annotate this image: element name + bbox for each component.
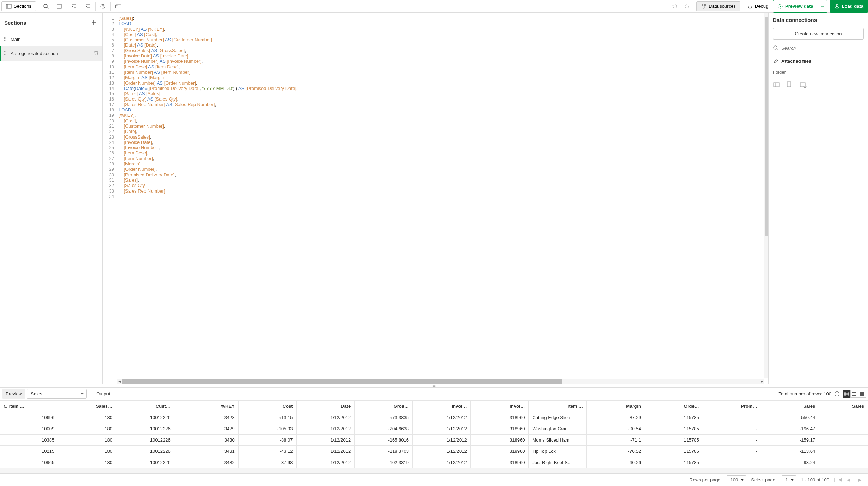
insert-script-icon[interactable] bbox=[786, 81, 793, 88]
column-header[interactable]: Orde… bbox=[645, 401, 703, 412]
table-cell: 180 bbox=[58, 446, 116, 457]
table-cell: 115785 bbox=[645, 446, 703, 457]
view-files-icon[interactable] bbox=[800, 81, 807, 88]
table-row[interactable]: 10009180100122263429-105.931/12/2012-204… bbox=[0, 423, 868, 435]
column-header[interactable]: Prom… bbox=[703, 401, 761, 412]
code-area[interactable]: [Sales]:LOAD [%KEY] AS [%KEY], [Cost] AS… bbox=[117, 13, 768, 384]
line-gutter: 1234567891011121314151617181920212223242… bbox=[103, 13, 117, 384]
load-data-button[interactable]: Load data bbox=[830, 0, 868, 13]
column-header[interactable]: Margin bbox=[587, 401, 645, 412]
column-header[interactable]: Item … bbox=[529, 401, 587, 412]
table-cell: -88.07 bbox=[238, 435, 296, 446]
view-grid-button[interactable] bbox=[858, 390, 866, 398]
table-row[interactable]: 10965180100122263432-37.981/12/2012-102.… bbox=[0, 457, 868, 468]
sections-toggle-button[interactable]: Sections bbox=[1, 1, 36, 11]
table-row[interactable]: 10696180100122263428-513.151/12/2012-573… bbox=[0, 412, 868, 423]
vertical-scrollbar[interactable] bbox=[764, 13, 768, 378]
table-cell: 115785 bbox=[645, 435, 703, 446]
svg-rect-14 bbox=[115, 5, 121, 8]
table-cell: 10215 bbox=[0, 446, 58, 457]
data-sources-button[interactable]: Data sources bbox=[696, 1, 740, 11]
select-data-icon[interactable] bbox=[773, 81, 780, 88]
table-cell bbox=[819, 457, 868, 468]
preview-grid[interactable]: Item …Sales…Cust…%KEYCostDateGros…Invoi…… bbox=[0, 400, 868, 468]
page-first-button[interactable]: ⎸◀ bbox=[834, 477, 841, 483]
sidebar-item-label: Main bbox=[11, 37, 20, 42]
help-icon: ? bbox=[100, 4, 106, 9]
table-cell: - bbox=[703, 457, 761, 468]
table-cell: 1/12/2012 bbox=[412, 457, 470, 468]
preview-data-button[interactable]: Preview data bbox=[773, 0, 818, 13]
connections-search-input[interactable] bbox=[781, 45, 864, 51]
tab-output[interactable]: Output bbox=[93, 389, 113, 399]
undo-button[interactable] bbox=[667, 0, 681, 13]
svg-point-20 bbox=[702, 4, 703, 6]
column-header[interactable]: %KEY bbox=[174, 401, 238, 412]
column-header[interactable]: Date bbox=[296, 401, 355, 412]
column-header[interactable]: Invoi… bbox=[412, 401, 470, 412]
tab-preview[interactable]: Preview bbox=[2, 389, 25, 399]
view-table-button[interactable] bbox=[843, 390, 850, 398]
preview-table-select[interactable]: Sales bbox=[27, 389, 87, 399]
sidebar-item[interactable]: ⠿ Main bbox=[0, 32, 102, 46]
column-header[interactable]: Sales bbox=[761, 401, 819, 412]
table-cell: -113.64 bbox=[761, 446, 819, 457]
table-cell: 10965 bbox=[0, 457, 58, 468]
indent-button[interactable] bbox=[68, 0, 81, 13]
column-header[interactable]: Item … bbox=[0, 401, 58, 412]
delete-section-button[interactable] bbox=[94, 50, 99, 56]
table-row[interactable]: 10385180100122263430-88.071/12/2012-165.… bbox=[0, 435, 868, 446]
sidebar-item[interactable]: ⠿ Auto-generated section bbox=[0, 46, 102, 61]
create-connection-button[interactable]: Create new connection bbox=[773, 28, 864, 40]
rows-per-page-select[interactable]: 100 bbox=[727, 475, 746, 484]
select-page-select[interactable]: 1 bbox=[782, 475, 796, 484]
column-header[interactable]: Gros… bbox=[355, 401, 413, 412]
add-section-button[interactable] bbox=[90, 18, 98, 27]
svg-line-45 bbox=[806, 87, 807, 88]
svg-point-44 bbox=[804, 85, 806, 88]
table-cell: 10009 bbox=[0, 423, 58, 435]
preview-data-label: Preview data bbox=[785, 4, 813, 9]
sections-toggle-label: Sections bbox=[14, 4, 31, 9]
table-cell: -37.29 bbox=[587, 412, 645, 423]
svg-point-21 bbox=[704, 4, 706, 6]
column-header[interactable]: Sales… bbox=[58, 401, 116, 412]
redo-button[interactable] bbox=[681, 0, 694, 13]
table-cell: 180 bbox=[58, 423, 116, 435]
drag-handle-icon[interactable]: ⠿ bbox=[4, 37, 7, 42]
preview-data-dropdown[interactable] bbox=[818, 0, 827, 13]
table-row[interactable]: 10215180100122263431-43.121/12/2012-118.… bbox=[0, 446, 868, 457]
page-prev-button[interactable]: ◀ bbox=[845, 477, 852, 482]
search-button[interactable] bbox=[39, 0, 53, 13]
help-button[interactable]: ? bbox=[96, 0, 110, 13]
column-header[interactable]: Cost bbox=[238, 401, 296, 412]
table-cell: -196.47 bbox=[761, 423, 819, 435]
comment-button[interactable] bbox=[53, 0, 66, 13]
script-editor[interactable]: 1234567891011121314151617181920212223242… bbox=[103, 13, 768, 384]
drag-handle-icon[interactable]: ⠿ bbox=[4, 51, 7, 56]
table-cell: 180 bbox=[58, 435, 116, 446]
sidebar-item-label: Auto-generated section bbox=[11, 51, 58, 56]
table-cell: 115785 bbox=[645, 423, 703, 435]
view-list-button[interactable] bbox=[850, 390, 858, 398]
grid-horizontal-scrollbar[interactable] bbox=[0, 468, 868, 473]
info-icon[interactable] bbox=[834, 391, 840, 397]
svg-rect-37 bbox=[774, 83, 779, 87]
table-cell: -37.98 bbox=[238, 457, 296, 468]
column-header[interactable]: Sales bbox=[819, 401, 868, 412]
outdent-button[interactable] bbox=[81, 0, 94, 13]
horizontal-splitter[interactable]: ═ bbox=[0, 384, 868, 387]
table-cell: Tip Top Lox bbox=[529, 446, 587, 457]
svg-rect-57 bbox=[862, 392, 864, 394]
table-cell: 1/12/2012 bbox=[296, 446, 355, 457]
svg-rect-58 bbox=[860, 394, 862, 396]
keyboard-button[interactable] bbox=[111, 0, 125, 13]
bug-icon bbox=[747, 4, 753, 9]
page-next-button[interactable]: ▶ bbox=[857, 477, 863, 482]
horizontal-scrollbar[interactable] bbox=[117, 379, 764, 384]
connections-search[interactable] bbox=[773, 43, 864, 53]
column-header[interactable]: Invoi… bbox=[470, 401, 529, 412]
debug-button[interactable]: Debug bbox=[743, 0, 773, 13]
column-header[interactable]: Cust… bbox=[116, 401, 174, 412]
table-cell: 318960 bbox=[470, 435, 529, 446]
